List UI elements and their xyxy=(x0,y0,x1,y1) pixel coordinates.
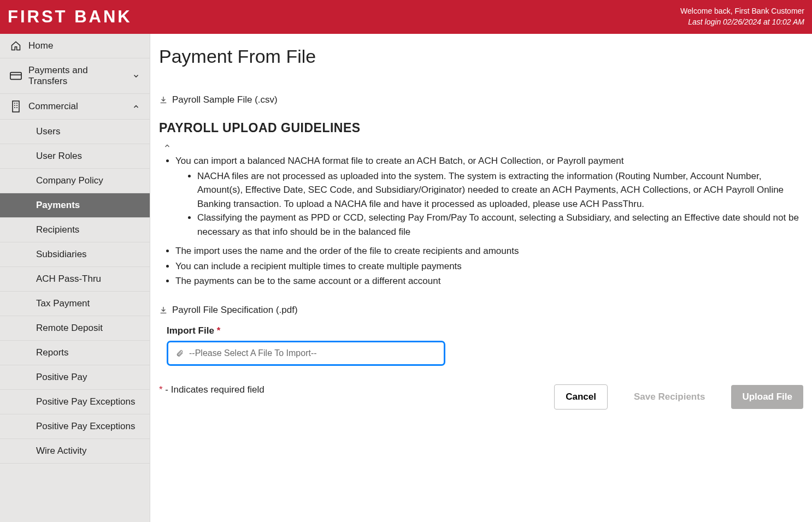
last-login-text: Last login 02/26/2024 at 10:02 AM xyxy=(680,17,804,28)
card-icon xyxy=(10,72,22,80)
sidebar-item-label: ACH Pass-Thru xyxy=(36,274,101,284)
collapse-toggle[interactable] xyxy=(163,142,803,150)
sidebar-item-wire-activity[interactable]: Wire Activity xyxy=(0,439,150,464)
sidebar-item-ach-pass-thru[interactable]: ACH Pass-Thru xyxy=(0,267,150,292)
guideline-text: You can import a balanced NACHA format f… xyxy=(175,156,624,166)
payroll-spec-download-link[interactable]: Payroll File Specification (.pdf) xyxy=(159,305,803,316)
sidebar-item-label: Positive Pay xyxy=(36,372,87,383)
sidebar-item-tax-payment[interactable]: Tax Payment xyxy=(0,292,150,316)
guideline-subitem: NACHA files are not processed as uploade… xyxy=(197,169,803,211)
import-file-placeholder: --Please Select A File To Import-- xyxy=(189,348,317,358)
payroll-sample-label: Payroll Sample File (.csv) xyxy=(172,94,278,105)
sidebar-item-remote-deposit[interactable]: Remote Deposit xyxy=(0,316,150,341)
chevron-down-icon xyxy=(132,72,140,80)
sidebar-item-label: Subsidiaries xyxy=(36,249,87,260)
import-file-input[interactable]: --Please Select A File To Import-- xyxy=(167,341,445,366)
welcome-block: Welcome back, First Bank Customer Last l… xyxy=(680,6,804,27)
sidebar-item-company-policy[interactable]: Company Policy xyxy=(0,169,150,193)
upload-file-button: Upload File xyxy=(731,385,803,409)
bank-logo: FIRST BANK xyxy=(8,7,132,27)
cancel-button[interactable]: Cancel xyxy=(554,384,608,410)
sidebar-item-reports[interactable]: Reports xyxy=(0,341,150,365)
guideline-item: You can import a balanced NACHA format f… xyxy=(175,154,803,239)
svg-rect-2 xyxy=(13,101,19,112)
sidebar-item-recipients[interactable]: Recipients xyxy=(0,218,150,242)
sidebar-item-subsidiaries[interactable]: Subsidiaries xyxy=(0,242,150,267)
guideline-item: The payments can be to the same account … xyxy=(175,274,803,288)
sidebar-item-label: Reports xyxy=(36,347,69,358)
sidebar-item-positive-pay-exceptions-1[interactable]: Positive Pay Exceptions xyxy=(0,390,150,414)
required-note-text: - Indicates required field xyxy=(163,384,264,395)
sidebar-item-payments[interactable]: Payments xyxy=(0,193,150,218)
nav-payments-transfers[interactable]: Payments and Transfers xyxy=(0,58,150,94)
guideline-item: The import uses the name and the order o… xyxy=(175,244,803,258)
download-icon xyxy=(159,96,168,104)
guideline-subitem: Classifying the payment as PPD or CCD, s… xyxy=(197,211,803,239)
guideline-item: You can include a recipient multiple tim… xyxy=(175,259,803,274)
home-icon xyxy=(10,40,22,51)
guidelines-list: You can import a balanced NACHA format f… xyxy=(159,154,803,288)
import-file-label: Import File * xyxy=(167,325,803,336)
sidebar-item-users[interactable]: Users xyxy=(0,120,150,144)
save-recipients-button: Save Recipients xyxy=(623,385,716,409)
sidebar-item-label: Tax Payment xyxy=(36,298,90,309)
import-file-label-text: Import File xyxy=(167,325,214,336)
svg-rect-0 xyxy=(10,73,21,80)
nav-commercial[interactable]: Commercial xyxy=(0,94,150,120)
nav-commercial-label: Commercial xyxy=(28,101,78,112)
sidebar-item-label: Wire Activity xyxy=(36,446,87,456)
payroll-sample-download-link[interactable]: Payroll Sample File (.csv) xyxy=(159,94,803,105)
sidebar-item-label: Users xyxy=(36,126,60,137)
sidebar-item-label: Payments xyxy=(36,200,80,211)
nav-home[interactable]: Home xyxy=(0,34,150,58)
chevron-up-icon xyxy=(132,103,140,110)
sidebar-item-label: Remote Deposit xyxy=(36,323,103,334)
sidebar-item-label: Positive Pay Exceptions xyxy=(36,396,135,407)
required-asterisk: * xyxy=(217,325,221,336)
nav-payments-transfers-label: Payments and Transfers xyxy=(28,65,126,87)
main-content: Payment From File Payroll Sample File (.… xyxy=(150,34,812,522)
app-header: FIRST BANK Welcome back, First Bank Cust… xyxy=(0,0,812,34)
sidebar-item-label: User Roles xyxy=(36,151,82,162)
sidebar-item-label: Positive Pay Exceptions xyxy=(36,421,135,432)
sidebar: Home Payments and Transfers Commercial U… xyxy=(0,34,150,522)
sidebar-item-positive-pay-exceptions-2[interactable]: Positive Pay Exceptions xyxy=(0,414,150,439)
sidebar-item-user-roles[interactable]: User Roles xyxy=(0,144,150,169)
welcome-text: Welcome back, First Bank Customer xyxy=(680,6,804,17)
download-icon xyxy=(159,306,168,315)
sidebar-item-positive-pay[interactable]: Positive Pay xyxy=(0,365,150,390)
required-asterisk: * xyxy=(159,384,163,395)
attachment-icon xyxy=(176,349,184,357)
page-title: Payment From File xyxy=(159,46,803,67)
building-icon xyxy=(10,100,22,112)
required-field-note: * - Indicates required field xyxy=(159,384,264,395)
sidebar-item-label: Recipients xyxy=(36,224,79,235)
sidebar-item-label: Company Policy xyxy=(36,175,103,186)
payroll-spec-label: Payroll File Specification (.pdf) xyxy=(172,305,298,316)
nav-home-label: Home xyxy=(28,40,53,51)
guidelines-heading: PAYROLL UPLOAD GUIDELINES xyxy=(159,121,803,135)
